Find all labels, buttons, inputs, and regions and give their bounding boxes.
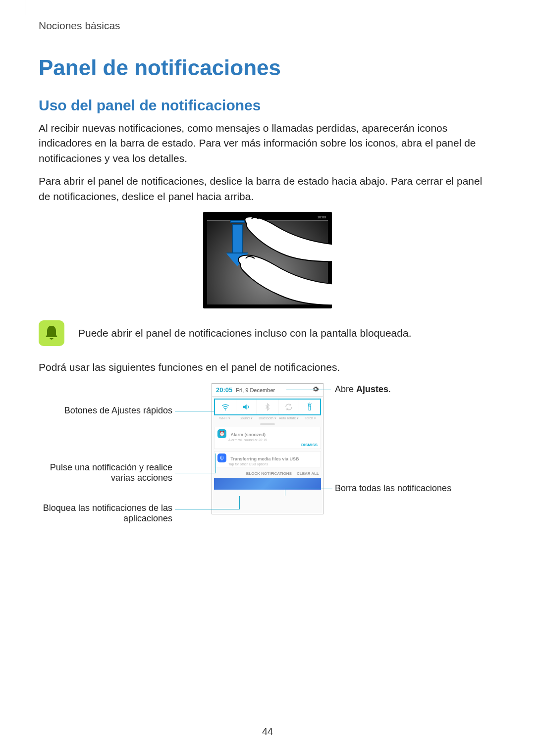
bluetooth-icon xyxy=(257,400,278,414)
callout-clear-all: Borra todas las notificaciones xyxy=(335,483,451,494)
callout-quick-settings: Botones de Ajustes rápidos xyxy=(54,405,172,416)
note-row: Puede abrir el panel de notificaciones i… xyxy=(39,320,496,346)
margin-rule xyxy=(25,0,25,15)
annotated-diagram: 20:05 Fri, 9 December Wi-Fi ▾ Sound ▾ Bl… xyxy=(39,383,496,532)
gesture-figure xyxy=(39,212,496,308)
page-content: Nociones básicas Panel de notificaciones… xyxy=(0,0,535,532)
clear-all-label: CLEAR ALL xyxy=(297,471,319,476)
note-text: Puede abrir el panel de notificaciones i… xyxy=(78,327,411,339)
callout-block-notifications: Bloquea las notificaciones de las aplica… xyxy=(29,503,172,524)
block-notifications-label: BLOCK NOTIFICATIONS xyxy=(246,471,292,476)
notification-alarm: ⏰ Alarm (snoozed) Alarm will sound at 20… xyxy=(214,427,321,449)
notif-title: Transferring media files via USB xyxy=(230,456,299,461)
bell-note-icon xyxy=(39,320,64,346)
quick-settings-row xyxy=(214,399,321,415)
usb-icon: ψ xyxy=(217,454,226,462)
alarm-icon: ⏰ xyxy=(217,429,226,438)
sound-icon xyxy=(236,400,258,414)
notif-subtitle: Tap for other USB options xyxy=(228,462,318,466)
wallpaper-strip xyxy=(214,478,321,490)
svg-rect-2 xyxy=(309,406,311,410)
paragraph-intro: Al recibir nuevas notificaciones, como m… xyxy=(39,121,496,166)
breadcrumb: Nociones básicas xyxy=(39,20,496,32)
page-number: 44 xyxy=(0,726,535,737)
notification-usb: ψ Transferring media files via USB Tap f… xyxy=(214,451,321,467)
hand-bottom-icon xyxy=(234,243,332,307)
callout-tap-notification: Pulse una notificación y realice varias … xyxy=(34,462,172,483)
qs-label: Auto rotate ▾ xyxy=(278,415,300,423)
section-title: Uso del panel de notificaciones xyxy=(39,97,496,114)
notif-subtitle: Alarm will sound at 20:15 xyxy=(228,438,318,442)
paragraph-functions: Podrá usar las siguientes funciones en e… xyxy=(39,360,496,375)
torch-icon xyxy=(299,400,320,414)
phone-screenshot: 20:05 Fri, 9 December Wi-Fi ▾ Sound ▾ Bl… xyxy=(212,383,323,514)
qs-label: Bluetooth ▾ xyxy=(257,415,278,423)
notif-title: Alarm (snoozed) xyxy=(230,432,266,437)
phone-date: Fri, 9 December xyxy=(236,387,275,393)
phone-time: 20:05 xyxy=(216,386,232,394)
page-title: Panel de notificaciones xyxy=(39,55,496,80)
paragraph-open-close: Para abrir el panel de notificaciones, d… xyxy=(39,174,496,204)
svg-point-0 xyxy=(225,409,226,410)
dismiss-label: DISMISS xyxy=(301,443,318,447)
qs-label: Wi-Fi ▾ xyxy=(214,415,235,423)
panel-handle xyxy=(260,423,275,425)
callout-settings: Abre Ajustes. xyxy=(335,384,391,395)
qs-label: Sound ▾ xyxy=(235,415,257,423)
rotate-icon xyxy=(278,400,300,414)
wifi-icon xyxy=(215,400,236,414)
qs-label: Torch ▾ xyxy=(300,415,321,423)
